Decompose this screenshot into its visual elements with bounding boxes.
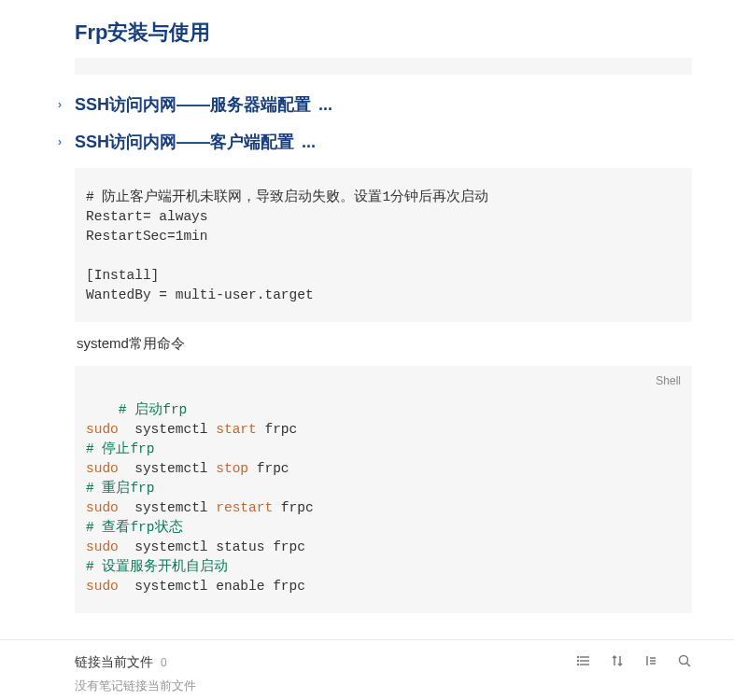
spacer-bar bbox=[75, 58, 692, 75]
svg-point-3 bbox=[578, 657, 579, 658]
footer-subtitle: 没有笔记链接当前文件 bbox=[75, 678, 692, 694]
svg-point-6 bbox=[680, 656, 688, 665]
code-block-shell: Shell# 启动frp sudo systemctl start frpc #… bbox=[75, 366, 692, 613]
sort-updown-icon[interactable] bbox=[610, 653, 625, 672]
code-block-service: # 防止客户端开机未联网，导致启动失败。设置1分钟后再次启动 Restart= … bbox=[75, 168, 692, 322]
chevron-right-icon: › bbox=[58, 98, 62, 111]
list-icon[interactable] bbox=[576, 653, 591, 672]
footer-title: 链接当前文件 bbox=[75, 654, 153, 671]
heading-dots: ... bbox=[302, 133, 316, 152]
code-lang-label: Shell bbox=[656, 373, 681, 389]
section-heading-text: SSH访问内网——服务器端配置 bbox=[75, 93, 311, 116]
footer-count: 0 bbox=[161, 656, 167, 669]
body-text-systemd: systemd常用命令 bbox=[75, 335, 692, 353]
svg-point-5 bbox=[578, 665, 579, 665]
svg-point-4 bbox=[578, 661, 579, 662]
section-heading-server[interactable]: › SSH访问内网——服务器端配置 ... bbox=[75, 93, 692, 116]
search-icon[interactable] bbox=[677, 653, 692, 672]
collapse-icon[interactable] bbox=[643, 653, 658, 672]
footer-panel: 链接当前文件 0 没有笔记链接当前文件 bbox=[0, 639, 734, 700]
heading-dots: ... bbox=[318, 95, 332, 115]
chevron-right-icon: › bbox=[58, 135, 62, 148]
section-heading-client[interactable]: › SSH访问内网——客户端配置 ... bbox=[75, 131, 692, 153]
page-title: Frp安装与使用 bbox=[75, 19, 692, 47]
section-heading-text: SSH访问内网——客户端配置 bbox=[75, 131, 294, 153]
svg-line-7 bbox=[687, 664, 691, 667]
